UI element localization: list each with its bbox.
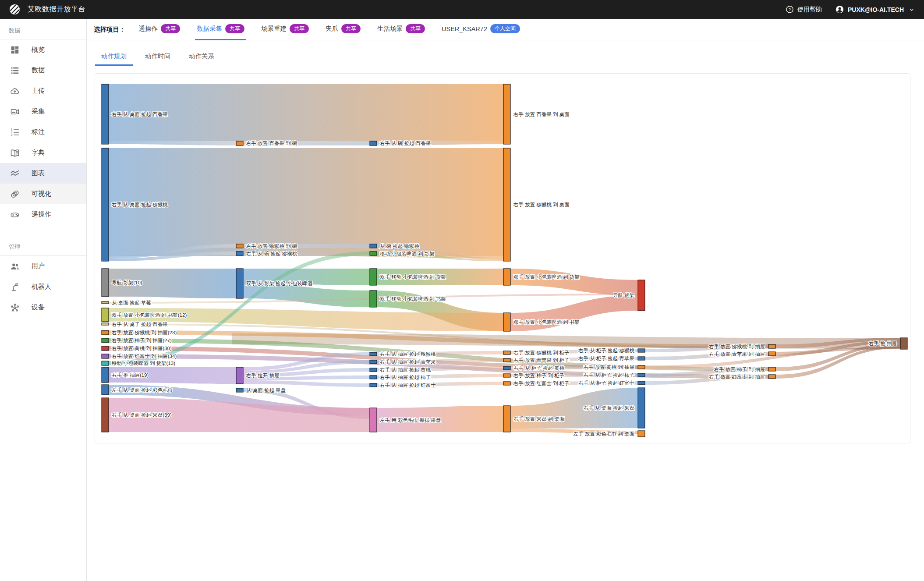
shared-badge: 共享 <box>290 24 309 33</box>
sidebar-item-overview[interactable]: 概览 <box>0 39 86 60</box>
sankey-link[interactable] <box>510 295 638 331</box>
sankey-node[interactable] <box>102 354 109 358</box>
project-tab-data-collection[interactable]: 数据采集 共享 <box>195 19 246 40</box>
sankey-node[interactable] <box>102 148 109 261</box>
sidebar-item-charts[interactable]: 图表 <box>0 163 86 184</box>
sankey-node-label: 右手 放置 百香果 到 碗 <box>246 141 297 146</box>
project-tab-label: 遥操作 <box>139 25 158 33</box>
sidebar-item-upload[interactable]: 上传 <box>0 81 86 101</box>
sankey-node[interactable] <box>102 398 109 432</box>
sankey-node[interactable] <box>503 374 510 377</box>
sankey-node[interactable] <box>102 330 109 335</box>
sidebar-item-capture[interactable]: 采集 <box>0 101 86 122</box>
sankey-node[interactable] <box>102 367 109 383</box>
sankey-link[interactable] <box>109 141 236 145</box>
sankey-node[interactable] <box>638 373 645 377</box>
sankey-node[interactable] <box>503 351 510 354</box>
sidebar-item-annotation[interactable]: 123 标注 <box>0 122 86 142</box>
sankey-node[interactable] <box>236 367 243 384</box>
sankey-node[interactable] <box>638 365 645 369</box>
project-tab-teleoperation[interactable]: 遥操作 共享 <box>137 19 182 40</box>
sankey-node[interactable] <box>503 148 510 261</box>
shared-badge: 共享 <box>225 24 244 33</box>
sankey-node[interactable] <box>236 252 243 255</box>
sankey-node[interactable] <box>236 244 243 248</box>
sankey-node[interactable] <box>370 383 377 387</box>
sankey-node-label: 右手 放置 猕猴桃 到 抽屉 <box>708 344 765 349</box>
project-tab-life-scene[interactable]: 生活场景 共享 <box>375 19 427 40</box>
sankey-node[interactable] <box>102 269 109 297</box>
sankey-node[interactable] <box>236 388 243 392</box>
sankey-node-label: 右手 放置 黄桃 到 抽屉 <box>583 365 634 370</box>
sankey-node[interactable] <box>102 346 109 351</box>
sankey-node[interactable] <box>370 368 377 372</box>
sankey-node[interactable] <box>102 323 109 325</box>
sankey-node[interactable] <box>370 408 377 432</box>
sankey-node[interactable] <box>102 84 109 144</box>
sidebar-item-teleoperation[interactable]: 遥操作 <box>0 204 86 225</box>
sankey-node[interactable] <box>638 388 645 428</box>
sankey-node[interactable] <box>638 431 645 437</box>
sankey-node-label: 右手 放置 红富士 到 柜子 <box>513 381 570 386</box>
sankey-node[interactable] <box>768 367 775 371</box>
sankey-node[interactable] <box>638 357 645 360</box>
sankey-node[interactable] <box>370 244 377 248</box>
sidebar-item-dictionary[interactable]: 字典 <box>0 142 86 163</box>
sankey-node[interactable] <box>102 301 109 304</box>
sankey-node[interactable] <box>370 352 377 356</box>
sankey-node[interactable] <box>236 141 243 145</box>
sankey-node[interactable] <box>503 406 510 432</box>
sankey-node[interactable] <box>102 361 109 365</box>
help-label: 使用帮助 <box>797 6 822 14</box>
sankey-node[interactable] <box>638 349 645 352</box>
sidebar-item-devices[interactable]: 设备 <box>0 297 86 318</box>
sankey-node[interactable] <box>638 381 645 385</box>
sankey-node[interactable] <box>503 382 510 385</box>
project-tab-label: 场景重建 <box>261 25 287 33</box>
sankey-link[interactable] <box>510 269 638 295</box>
sankey-node[interactable] <box>900 338 907 349</box>
project-tab-label: USER_KSAR72 <box>442 25 487 32</box>
sankey-link[interactable] <box>109 148 503 256</box>
sankey-node[interactable] <box>370 269 377 285</box>
sankey-node-label: 右手 放置 黄桃 到 抽屉(30) <box>111 346 172 351</box>
sidebar-item-label: 用户 <box>32 262 45 270</box>
project-tab-user-ksar72[interactable]: USER_KSAR72 个人空间 <box>440 19 522 40</box>
sankey-node-label: 右手 从 柜子 捡起 红富士 <box>578 380 634 386</box>
sankey-node[interactable] <box>370 141 377 145</box>
sankey-node[interactable] <box>503 366 510 370</box>
project-tab-scene-reconstruction[interactable]: 场景重建 共享 <box>259 19 311 40</box>
sankey-node[interactable] <box>236 269 243 298</box>
sidebar-item-visualization[interactable]: 可视化 <box>0 184 86 204</box>
sankey-node[interactable] <box>102 338 109 343</box>
project-tab-gripper[interactable]: 夹爪 共享 <box>324 19 362 40</box>
tab-action-time[interactable]: 动作时间 <box>139 48 177 66</box>
sankey-link[interactable] <box>243 380 370 387</box>
sidebar-item-users[interactable]: 用户 <box>0 256 86 276</box>
sankey-node[interactable] <box>370 290 377 307</box>
sankey-node[interactable] <box>370 252 377 255</box>
tab-action-planning[interactable]: 动作规划 <box>95 48 133 66</box>
sankey-node[interactable] <box>102 308 109 322</box>
sidebar-item-robots[interactable]: 机器人 <box>0 276 86 297</box>
help-button[interactable]: ? 使用帮助 <box>786 5 822 14</box>
sidebar-item-data[interactable]: 数据 <box>0 60 86 81</box>
shared-badge: 共享 <box>341 24 361 33</box>
sankey-node[interactable] <box>768 352 775 356</box>
sankey-node[interactable] <box>503 269 510 285</box>
users-icon <box>10 261 20 272</box>
sankey-node[interactable] <box>503 358 510 362</box>
sankey-link[interactable] <box>109 84 503 141</box>
user-menu[interactable]: PUXK@IO-AI.TECH <box>835 5 915 14</box>
tab-action-relation[interactable]: 动作关系 <box>183 48 220 66</box>
sankey-node[interactable] <box>102 385 109 395</box>
sankey-node[interactable] <box>370 376 377 379</box>
sankey-link[interactable] <box>243 283 370 307</box>
sankey-node[interactable] <box>638 280 645 311</box>
dashboard-icon <box>10 45 20 55</box>
sankey-node[interactable] <box>768 344 775 348</box>
sankey-node[interactable] <box>503 84 510 144</box>
sankey-node[interactable] <box>503 313 510 331</box>
sankey-node[interactable] <box>370 360 377 364</box>
sankey-node[interactable] <box>768 375 775 379</box>
